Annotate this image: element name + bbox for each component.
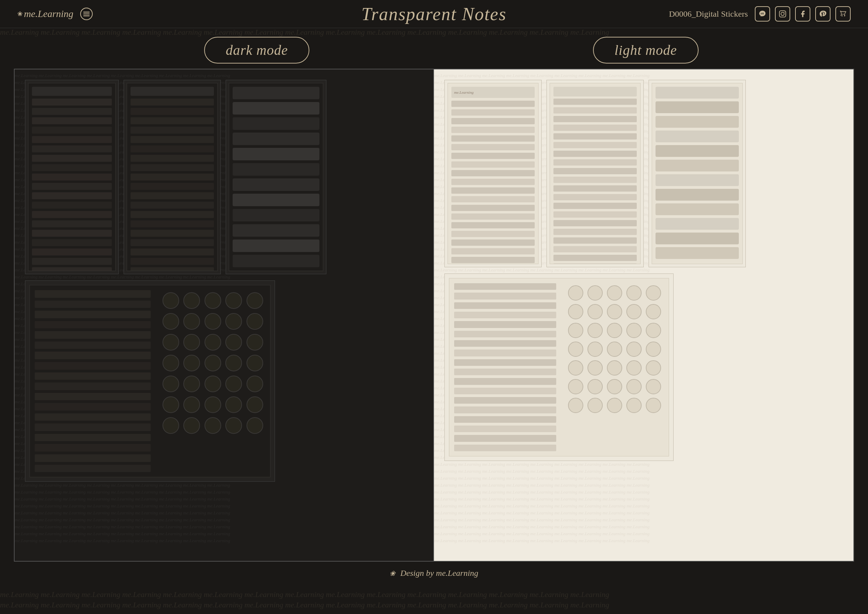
circle <box>205 375 221 392</box>
circle <box>247 313 263 330</box>
dark-mode-label: dark mode <box>204 42 309 58</box>
circle <box>247 292 263 309</box>
logo[interactable]: ❀ me.Learning <box>17 8 73 19</box>
circle <box>183 292 200 309</box>
light-panel-1-inner: me.Learning <box>447 83 539 264</box>
circle <box>568 304 583 319</box>
pinterest-icon[interactable] <box>815 6 831 22</box>
dark-panel-1 <box>25 80 119 274</box>
circle <box>568 398 583 413</box>
menu-button[interactable] <box>80 8 93 20</box>
light-bottom-panel <box>444 273 674 461</box>
header-left: ❀ me.Learning <box>17 8 93 20</box>
circle <box>205 334 221 350</box>
dark-top-panels <box>25 80 423 274</box>
circle <box>626 285 641 301</box>
shop-icon[interactable] <box>835 6 851 22</box>
circle <box>183 417 200 434</box>
header-right: D0006_Digital Stickers <box>669 6 851 22</box>
circle <box>183 396 200 413</box>
circle <box>568 323 583 338</box>
circle <box>163 375 179 392</box>
light-mode-panel: me.Learning me.Learning me.Learning me.L… <box>434 70 853 561</box>
circle <box>607 304 622 319</box>
footer: ❀ Design by me.Learning <box>0 561 868 585</box>
circle <box>225 334 242 350</box>
circle <box>587 285 603 301</box>
circle <box>225 292 242 309</box>
logo-flower-icon: ❀ <box>17 10 23 18</box>
circle <box>607 323 622 338</box>
dark-mode-panel: me.Learning me.Learning me.Learning me.L… <box>15 70 434 561</box>
light-panel-3-inner <box>652 83 743 264</box>
circle <box>183 334 200 350</box>
light-bottom-left <box>449 278 561 456</box>
circle <box>247 355 263 371</box>
line-icon[interactable] <box>755 6 770 22</box>
light-panel-2 <box>547 80 644 267</box>
instagram-icon[interactable] <box>775 6 790 22</box>
svg-rect-6 <box>840 11 846 12</box>
dark-panel-2-inner <box>127 83 218 271</box>
circle <box>225 417 242 434</box>
circle <box>626 304 641 319</box>
circle <box>607 398 622 413</box>
circle <box>607 341 622 357</box>
circle <box>225 375 242 392</box>
facebook-icon[interactable] <box>795 6 811 22</box>
circle <box>247 417 263 434</box>
main-content: me.Learning me.Learning me.Learning me.L… <box>14 69 854 561</box>
dark-bottom-left <box>30 285 155 477</box>
circle <box>163 355 179 371</box>
light-mode-label: light mode <box>593 42 699 58</box>
circle <box>646 341 661 357</box>
circle <box>587 323 603 338</box>
dark-panel-1-header <box>32 87 112 96</box>
header-center: Transparent Notes <box>362 4 506 24</box>
circle <box>626 360 641 375</box>
circle <box>626 398 641 413</box>
circle <box>163 313 179 330</box>
light-bottom-inner <box>449 278 669 456</box>
light-top-panels: me.Learning <box>444 80 843 267</box>
svg-rect-0 <box>83 12 90 12</box>
circle <box>205 417 221 434</box>
circle <box>587 379 603 394</box>
circle <box>587 360 603 375</box>
circle <box>163 417 179 434</box>
circle <box>183 375 200 392</box>
social-icons <box>755 6 851 22</box>
dark-panel-1-inner <box>28 83 116 271</box>
light-circles-grid <box>561 278 669 456</box>
hamburger-icon <box>83 11 90 17</box>
circle <box>205 396 221 413</box>
circle <box>225 396 242 413</box>
logo-text: me.Learning <box>24 8 73 19</box>
header: ❀ me.Learning Transparent Notes D0006_Di… <box>0 0 868 28</box>
circle <box>225 355 242 371</box>
circle <box>646 304 661 319</box>
light-bottom-area <box>444 273 843 461</box>
dark-bottom-area <box>25 281 423 482</box>
circle <box>183 355 200 371</box>
svg-rect-1 <box>83 14 90 14</box>
svg-point-4 <box>781 12 784 15</box>
circle <box>225 313 242 330</box>
circle <box>646 398 661 413</box>
dark-bottom-inner <box>30 285 270 477</box>
circle <box>646 379 661 394</box>
circle <box>568 360 583 375</box>
circle <box>646 360 661 375</box>
circle <box>607 285 622 301</box>
dark-bottom-panel <box>25 281 275 482</box>
circle <box>568 341 583 357</box>
dark-panel-3 <box>226 80 326 274</box>
dark-panel-3-inner <box>229 83 323 271</box>
svg-rect-2 <box>83 16 90 16</box>
circle <box>163 292 179 309</box>
circle <box>626 341 641 357</box>
circle <box>626 379 641 394</box>
footer-icon: ❀ <box>390 569 396 577</box>
dark-circles-grid <box>155 285 270 477</box>
dark-panel-2 <box>124 80 221 274</box>
